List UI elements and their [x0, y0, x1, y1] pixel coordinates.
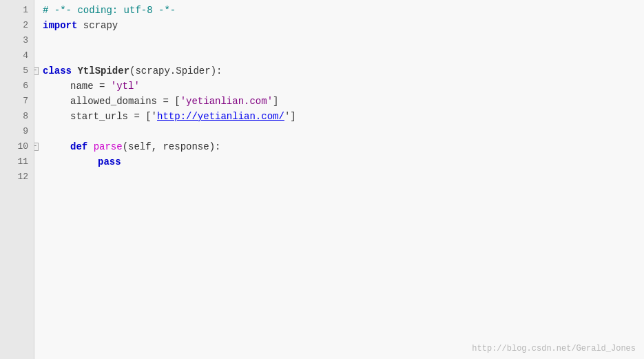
code-line: −def parse(self, response): [43, 139, 644, 154]
code-line: start_urls = ['http://yetianlian.com/'] [43, 109, 644, 124]
token-normal: name = [70, 79, 111, 94]
token-classname: YtlSpider [77, 63, 129, 79]
line-numbers: 123456789101112 [0, 0, 34, 359]
token-normal: '] [284, 109, 296, 124]
code-line: # -*- coding: utf-8 -*- [43, 3, 644, 18]
token-string: 'yetianlian.com' [180, 94, 273, 109]
line-number: 11 [17, 154, 28, 170]
line-number: 4 [23, 48, 28, 63]
line-number: 5 [23, 63, 28, 79]
watermark: http://blog.csdn.net/Gerald_Jones [472, 344, 636, 353]
fold-marker[interactable]: − [34, 143, 39, 151]
code-line [43, 170, 644, 185]
line-number: 10 [17, 139, 28, 154]
line-number: 3 [23, 33, 28, 48]
line-number: 6 [23, 79, 28, 94]
token-comment: # -*- coding: utf-8 -*- [43, 3, 176, 18]
fold-marker[interactable]: − [34, 67, 39, 75]
code-line: name = 'ytl' [43, 79, 644, 94]
line-number: 2 [23, 18, 28, 33]
token-normal: allowed_domains = [ [70, 94, 180, 109]
line-number: 12 [17, 170, 28, 185]
code-area: 123456789101112 # -*- coding: utf-8 -*-i… [0, 0, 644, 359]
token-normal: ] [273, 94, 278, 109]
token-keyword: def [70, 139, 87, 154]
editor-container: 123456789101112 # -*- coding: utf-8 -*-i… [0, 0, 644, 359]
code-line: import scrapy [43, 18, 644, 33]
line-number: 9 [23, 124, 28, 139]
code-line: pass [43, 154, 644, 170]
token-keyword: class [43, 63, 72, 79]
code-content[interactable]: # -*- coding: utf-8 -*-import scrapy−cla… [34, 0, 644, 359]
code-line [43, 48, 644, 63]
line-number: 7 [23, 94, 28, 109]
token-normal: (self, response): [123, 139, 221, 154]
token-string: 'ytl' [111, 79, 140, 94]
token-normal [72, 63, 77, 79]
code-line [43, 124, 644, 139]
token-keyword: pass [98, 154, 121, 170]
line-number: 1 [23, 3, 28, 18]
token-normal: scrapy [77, 18, 118, 33]
token-keyword: import [43, 18, 77, 33]
code-line: allowed_domains = ['yetianlian.com'] [43, 94, 644, 109]
line-number: 8 [23, 109, 28, 124]
code-line [43, 33, 644, 48]
code-line: −class YtlSpider(scrapy.Spider): [43, 63, 644, 79]
token-normal: start_urls = [' [70, 109, 157, 124]
token-normal: (scrapy.Spider): [129, 63, 222, 79]
token-funcname: parse [94, 139, 123, 154]
token-normal [87, 139, 93, 154]
token-link: http://yetianlian.com/ [157, 109, 284, 124]
